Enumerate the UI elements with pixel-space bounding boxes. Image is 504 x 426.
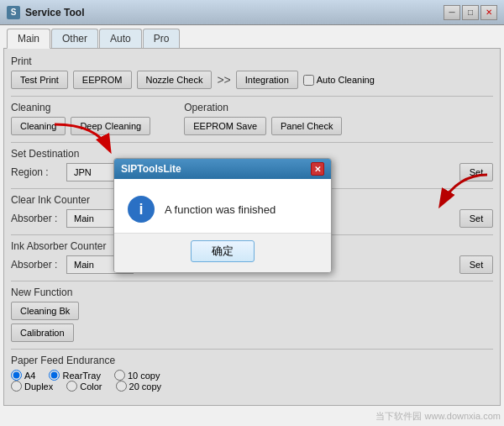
- main-area: Main Other Auto Pro Print Test Print EEP…: [0, 25, 504, 426]
- red-arrow-dialog-icon: [46, 116, 122, 162]
- title-bar: S Service Tool ─ □ ✕: [0, 0, 504, 25]
- tab-other[interactable]: Other: [51, 29, 98, 48]
- minimize-button[interactable]: ─: [444, 5, 460, 20]
- dialog-info-icon: i: [128, 196, 155, 223]
- dialog-ok-button[interactable]: 确定: [191, 240, 255, 262]
- dialog: SIPToolsLite ✕ i A function was finished…: [113, 158, 332, 273]
- close-button[interactable]: ✕: [480, 5, 497, 20]
- tab-bar: Main Other Auto Pro: [3, 29, 501, 48]
- dialog-footer: 确定: [114, 233, 331, 272]
- main-panel: Print Test Print EEPROM Nozzle Check >> …: [3, 48, 501, 406]
- dialog-close-button[interactable]: ✕: [311, 162, 324, 176]
- tab-main[interactable]: Main: [7, 29, 50, 49]
- maximize-button[interactable]: □: [462, 5, 479, 20]
- window-controls: ─ □ ✕: [444, 5, 497, 20]
- dialog-title-bar: SIPToolsLite ✕: [114, 159, 331, 179]
- app-icon: S: [7, 6, 20, 19]
- dialog-title: SIPToolsLite: [121, 163, 181, 175]
- window-title: Service Tool: [25, 7, 438, 18]
- dialog-overlay: SIPToolsLite ✕ i A function was finished…: [4, 49, 500, 405]
- dialog-message: A function was finished: [165, 203, 276, 216]
- watermark: 当下软件园 www.downxia.com: [375, 410, 501, 423]
- tab-auto[interactable]: Auto: [99, 29, 142, 48]
- dialog-body: i A function was finished: [114, 179, 331, 233]
- tab-pro[interactable]: Pro: [143, 29, 181, 48]
